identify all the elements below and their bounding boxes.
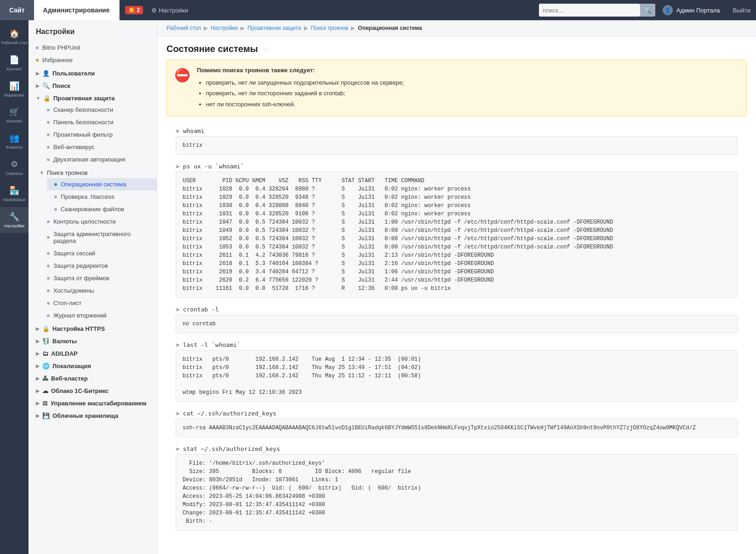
- warning-item-3: нет ли посторонних ssh-ключей.: [206, 99, 739, 110]
- sidebar-section-users[interactable]: ▶ 👤 Пользователи: [29, 66, 157, 79]
- sidebar-section-adldap[interactable]: ▶ 🗂 AD/LDAP: [29, 346, 157, 359]
- intrusion-log-dot: [47, 314, 50, 317]
- breadcrumb-trojans[interactable]: Поиск троянов: [311, 25, 349, 31]
- search-arrow-icon: ▶: [36, 83, 40, 88]
- security-panel-dot: [47, 121, 50, 124]
- logout-button[interactable]: Выйти: [727, 7, 756, 14]
- trojans-submenu: Операционная система Проверка .htaccess …: [40, 178, 157, 215]
- os-dot: [54, 183, 57, 186]
- bell-icon: 🔔: [128, 7, 135, 13]
- sidebar-label-storage: Облачные хранилища: [52, 412, 118, 419]
- nav-item-marketing[interactable]: 📊 Маркетинг: [0, 76, 29, 103]
- sep3: ▶: [304, 25, 308, 31]
- breadcrumb-desktop[interactable]: Рабочий стол: [166, 25, 201, 31]
- sidebar-label-proactive: Проактивная защита: [53, 95, 115, 102]
- storage-arrow-icon: ▶: [36, 413, 40, 418]
- sidebar-section-webcluster[interactable]: ▶ 🖧 Веб-кластер: [29, 371, 157, 384]
- redirect-protect-dot: [47, 265, 50, 267]
- nav-item-settings[interactable]: 🔧 Настройки: [0, 207, 29, 233]
- htaccess-dot: [54, 196, 57, 198]
- sidebar-label-redirect-protect: Защита редиректов: [53, 262, 108, 269]
- sidebar-item-security-scanner[interactable]: Сканер безопасности: [40, 104, 157, 116]
- sidebar-item-integrity[interactable]: Контроль целостности: [40, 215, 157, 228]
- nav-item-marketplace[interactable]: 🏪 Marketplace: [0, 181, 29, 207]
- sidebar-icon-currencies: 💱: [42, 338, 50, 345]
- sidebar-label-admin-protect: Защита административного раздела: [53, 231, 149, 244]
- sidebar-label-stoplist: Стоп-лист: [53, 300, 81, 306]
- sidebar-item-admin-protect[interactable]: Защита административного раздела: [40, 228, 157, 247]
- sidebar-item-htaccess[interactable]: Проверка .htaccess: [47, 190, 157, 203]
- sidebar-label-hosts: Хосты/домены: [53, 287, 94, 294]
- sidebar-icon-storage: 💾: [42, 412, 50, 419]
- sidebar-section-search[interactable]: ▶ 🔍 Поиск: [29, 79, 157, 91]
- favorite-star-icon[interactable]: ☆: [263, 45, 269, 53]
- sidebar-section-trojans[interactable]: ▼ Поиск троянов: [40, 166, 157, 178]
- sidebar-section-https[interactable]: ▶ 🔒 Настройка HTTPS: [29, 322, 157, 334]
- sidebar-title: Настройки: [29, 20, 157, 41]
- sidebar-label-frame-protect: Защита от фреймов: [53, 275, 109, 282]
- frame-protect-dot: [47, 277, 50, 280]
- localization-arrow-icon: ▶: [36, 364, 40, 369]
- command-section-5: > stat ~/.ssh/authorized_keys File: '/ho…: [176, 442, 738, 531]
- sidebar-item-redirect-protect[interactable]: Защита редиректов: [40, 260, 157, 272]
- adldap-arrow-icon: ▶: [36, 351, 40, 356]
- webcluster-arrow-icon: ▶: [36, 376, 40, 381]
- sidebar-section-storage[interactable]: ▶ 💾 Облачные хранилища: [29, 409, 157, 421]
- sidebar-item-security-panel[interactable]: Панель безопасности: [40, 116, 157, 128]
- nav-item-content[interactable]: 📄 Контент: [0, 50, 29, 76]
- sidebar-label-proactive-filter: Проактивный фильтр: [53, 131, 113, 138]
- warning-item-2: проверить, нет ли посторонних заданий в …: [206, 88, 739, 98]
- sidebar-item-phpunit[interactable]: Bitrix PHPUnit: [29, 41, 157, 54]
- sidebar-label-file-scan: Сканирование файлов: [61, 206, 124, 213]
- home-icon: 🏠: [9, 29, 19, 39]
- sidebar-item-os[interactable]: Операционная система: [47, 178, 157, 190]
- sidebar-item-stoplist[interactable]: Стоп-лист: [40, 297, 157, 309]
- warning-box: ⛔ Помимо поиска троянов также следует: п…: [166, 60, 747, 116]
- nav-item-services[interactable]: ⚙ Сервисы: [0, 155, 29, 181]
- search-input[interactable]: [539, 4, 640, 17]
- warning-list: проверить, нет ли запущенных подозритель…: [197, 77, 739, 110]
- site-button[interactable]: Сайт: [0, 0, 34, 20]
- nav-item-clients[interactable]: 👥 Клиенты: [0, 128, 29, 155]
- sidebar-label-antivirus: Веб-антивирус: [53, 144, 94, 150]
- notifications-badge[interactable]: 🔔 2: [125, 6, 143, 14]
- sidebar-icon-search: 🔍: [42, 82, 50, 89]
- sidebar-section-cloud[interactable]: ▶ ☁ Облако 1С-Битрикс: [29, 384, 157, 396]
- breadcrumb-current: Операционная система: [358, 25, 422, 31]
- sidebar-item-2fa[interactable]: Двухэтапная авторизация: [40, 153, 157, 166]
- hosts-dot: [47, 289, 50, 292]
- breadcrumb-proactive[interactable]: Проактивная защита: [247, 25, 301, 31]
- settings-nav-icon: 🔧: [9, 212, 19, 222]
- admin-tab[interactable]: Администрирование: [34, 0, 120, 20]
- nav-item-shop[interactable]: 🛒 Магазин: [0, 102, 29, 128]
- sep2: ▶: [241, 25, 245, 31]
- sidebar-item-proactive-filter[interactable]: Проактивный фильтр: [40, 128, 157, 141]
- currencies-arrow-icon: ▶: [36, 339, 40, 344]
- sidebar-item-intrusion-log[interactable]: Журнал вторжений: [40, 309, 157, 322]
- stoplist-dot: [47, 302, 50, 305]
- sidebar-item-hosts[interactable]: Хосты/домены: [40, 284, 157, 297]
- marketing-icon: 📊: [9, 81, 19, 91]
- sidebar-section-proactive[interactable]: ▼ 🔒 Проактивная защита: [29, 91, 157, 104]
- nav-label-settings: Настройки: [4, 224, 24, 229]
- sidebar-section-currencies[interactable]: ▶ 💱 Валюты: [29, 334, 157, 346]
- sidebar-item-antivirus[interactable]: Веб-антивирус: [40, 141, 157, 153]
- nav-item-desktop[interactable]: 🏠 Рабочий стол: [0, 24, 29, 50]
- command-label-4: > cat ~/.ssh/authorized_keys: [176, 406, 738, 419]
- breadcrumb: Рабочий стол ▶ Настройки ▶ Проактивная з…: [157, 20, 756, 36]
- settings-link[interactable]: ⚙ Настройки: [147, 7, 193, 14]
- sidebar-item-session-protect[interactable]: Защита сессий: [40, 247, 157, 260]
- sidebar-label-favorites: Избранное: [42, 57, 73, 63]
- sidebar-item-file-scan[interactable]: Сканирование файлов: [47, 203, 157, 215]
- marketplace-icon: 🏪: [9, 185, 19, 196]
- search-button[interactable]: 🔍: [640, 4, 655, 17]
- sidebar-icon-users: 👤: [42, 70, 50, 77]
- sidebar-label-adldap: AD/LDAP: [51, 350, 78, 357]
- cloud-arrow-icon: ▶: [36, 388, 40, 393]
- sidebar-section-scaling[interactable]: ▶ ⚖ Управление масштабированием: [29, 396, 157, 409]
- sidebar-label-scaling: Управление масштабированием: [51, 400, 146, 407]
- sidebar-item-favorites[interactable]: Избранное: [29, 54, 157, 66]
- breadcrumb-settings[interactable]: Настройки: [211, 25, 238, 31]
- sidebar-section-localization[interactable]: ▶ 🌐 Локализация: [29, 359, 157, 371]
- sidebar-item-frame-protect[interactable]: Защита от фреймов: [40, 272, 157, 284]
